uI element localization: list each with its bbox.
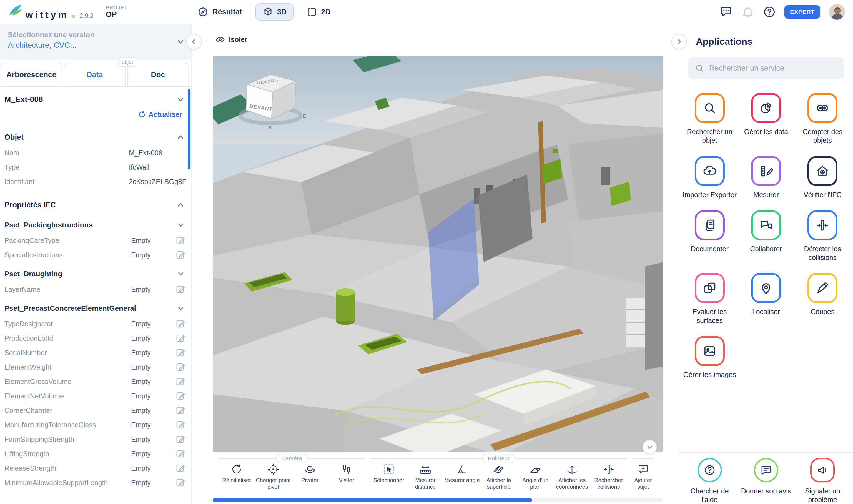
property-value: Empty xyxy=(131,421,172,429)
edit-icon[interactable] xyxy=(176,362,187,373)
collapse-apps-panel-button[interactable] xyxy=(671,34,687,50)
horizontal-scrollbar[interactable] xyxy=(213,498,663,502)
app-detecter-collisions[interactable]: Détecter les collisions xyxy=(795,210,850,262)
chevron-down-icon[interactable] xyxy=(177,270,184,277)
property-row: SerialNumber Empty xyxy=(0,345,191,360)
section-objet[interactable]: Objet xyxy=(0,129,191,145)
pset-group-header[interactable]: Pset_Draughting xyxy=(0,266,191,282)
pset-group-header[interactable]: Pset_PrecastConcreteElementGeneral xyxy=(0,300,191,317)
edit-icon[interactable] xyxy=(176,463,187,474)
horizontal-scrollbar-thumb[interactable] xyxy=(213,498,532,502)
edit-icon[interactable] xyxy=(176,448,187,459)
reset-camera-button[interactable]: Réinitialiser xyxy=(218,463,255,484)
add-subject-button[interactable]: Ajouter sujet xyxy=(633,463,654,490)
measure-icon xyxy=(751,156,781,186)
pset-name: Pset_PrecastConcreteElementGeneral xyxy=(4,304,177,313)
edit-icon[interactable] xyxy=(176,405,187,416)
viewport-area: Isoler xyxy=(192,24,678,504)
logo[interactable]: wittym® 2.9.2 xyxy=(8,4,94,20)
app-localiser[interactable]: Localiser xyxy=(739,273,793,325)
property-row: FormStrippingStrength Empty xyxy=(0,432,191,447)
tab-data[interactable]: Data xyxy=(64,63,126,86)
measure-distance-button[interactable]: Mesurer distance xyxy=(407,463,444,490)
edit-icon[interactable] xyxy=(176,434,187,445)
toolbar-group-camera: Caméra Réinitialiser Changer point pivot… xyxy=(218,458,365,496)
project-selector[interactable]: PROJET OP xyxy=(106,5,127,18)
show-coordinates-button[interactable]: Afficher les coordonnées xyxy=(554,463,590,490)
edit-icon[interactable] xyxy=(176,235,187,246)
nav-2d[interactable]: 2D xyxy=(303,4,335,20)
version-selector[interactable]: Sélectionnez une version Architecture, C… xyxy=(0,24,191,60)
chevron-down-icon xyxy=(647,444,653,450)
object-header[interactable]: M_Ext-008 xyxy=(0,91,191,108)
surface-area-icon xyxy=(493,463,505,475)
pset-group-header[interactable]: Pset_PackingInstructions xyxy=(0,217,191,233)
expert-badge[interactable]: EXPERT xyxy=(784,5,820,19)
property-label: SerialNumber xyxy=(4,349,131,357)
chevron-down-icon[interactable] xyxy=(177,305,184,312)
count-objects-icon xyxy=(807,93,837,123)
object-name: M_Ext-008 xyxy=(4,95,177,104)
collapse-left-panel-button[interactable] xyxy=(186,34,202,50)
app-gerer-data[interactable]: Gérer les data xyxy=(739,93,793,145)
edit-icon[interactable] xyxy=(176,318,187,329)
edit-icon[interactable] xyxy=(176,477,187,488)
left-panel: Sélectionnez une version Architecture, C… xyxy=(0,24,192,504)
3d-canvas[interactable]: DESSUS DEVANT S E Caméra Réinitialiser xyxy=(213,56,663,496)
section-proprietes-ifc[interactable]: Propriétés IFC xyxy=(0,197,191,213)
app-chercher-aide[interactable]: Chercher de l'aide xyxy=(683,458,737,504)
app-evaluer-surfaces[interactable]: Evaluer les surfaces xyxy=(683,273,737,325)
chevron-up-icon[interactable] xyxy=(177,201,184,209)
nav-3d[interactable]: 3D xyxy=(255,3,294,21)
edit-icon[interactable] xyxy=(176,391,187,401)
measure-angle-button[interactable]: Mesurer angle xyxy=(444,463,480,484)
change-pivot-button[interactable]: Changer point pivot xyxy=(255,463,292,490)
property-row: CornerChamfer Empty xyxy=(0,403,191,418)
search-collisions-button[interactable]: Rechercher collisions xyxy=(590,463,627,490)
version-selector-value: Architecture, CVC... xyxy=(8,41,183,50)
pointer-group-label: Pointeur xyxy=(482,454,515,463)
visit-button[interactable]: Visiter xyxy=(328,463,365,484)
rotate-button[interactable]: Pivoter xyxy=(292,463,328,484)
plane-angle-button[interactable]: Angle d'un plan xyxy=(517,463,554,490)
show-surface-button[interactable]: Afficher la superficie xyxy=(480,463,517,490)
refresh-button[interactable]: Actualiser xyxy=(0,108,191,121)
chat-icon[interactable] xyxy=(720,5,733,19)
bell-icon[interactable] xyxy=(741,5,755,19)
edit-icon[interactable] xyxy=(176,347,187,358)
app-collaborer[interactable]: Collaborer xyxy=(739,210,793,262)
object-row: Identifiant 2cKspkZELBGg8F xyxy=(0,174,191,189)
property-label: FormStrippingStrength xyxy=(4,435,131,444)
edit-icon[interactable] xyxy=(176,419,187,430)
help-icon[interactable] xyxy=(763,5,776,19)
select-button[interactable]: Sélectionner xyxy=(370,463,407,484)
app-rechercher-objet[interactable]: Rechercher un objet xyxy=(683,93,737,145)
app-documenter[interactable]: Documenter xyxy=(683,210,737,262)
isolate-toggle[interactable]: Isoler xyxy=(216,36,248,43)
app-importer-exporter[interactable]: Importer Exporter xyxy=(683,156,737,199)
chevron-down-icon[interactable] xyxy=(177,95,184,103)
app-donner-avis[interactable]: Donner son avis xyxy=(739,458,793,504)
edit-icon[interactable] xyxy=(176,376,187,387)
collapse-toolbar-button[interactable] xyxy=(642,440,657,454)
object-row: Nom M_Ext-008 xyxy=(0,145,191,160)
app-coupes[interactable]: Coupes xyxy=(795,273,850,325)
edit-icon[interactable] xyxy=(176,249,187,260)
service-search[interactable] xyxy=(688,57,844,78)
app-mesurer[interactable]: Mesurer xyxy=(739,156,793,199)
chevron-down-icon[interactable] xyxy=(177,38,184,46)
app-signaler-probleme[interactable]: Signaler un problème xyxy=(795,458,850,504)
tab-arborescence[interactable]: Arborescence xyxy=(1,63,62,86)
user-avatar[interactable] xyxy=(829,4,845,20)
app-gerer-images[interactable]: Gérer les images xyxy=(683,336,737,379)
app-compter-objets[interactable]: Compter des objets xyxy=(795,93,850,145)
edit-icon[interactable] xyxy=(176,333,187,344)
chevron-up-icon[interactable] xyxy=(177,133,184,141)
left-panel-scrollbar[interactable] xyxy=(188,89,190,169)
service-search-input[interactable] xyxy=(709,64,837,72)
app-verifier-ifc[interactable]: Vérifier l'IFC xyxy=(795,156,850,199)
edit-icon[interactable] xyxy=(176,284,187,295)
tab-doc[interactable]: Doc xyxy=(127,63,189,86)
nav-resultat[interactable]: Résultat xyxy=(193,3,247,21)
chevron-down-icon[interactable] xyxy=(177,221,184,229)
